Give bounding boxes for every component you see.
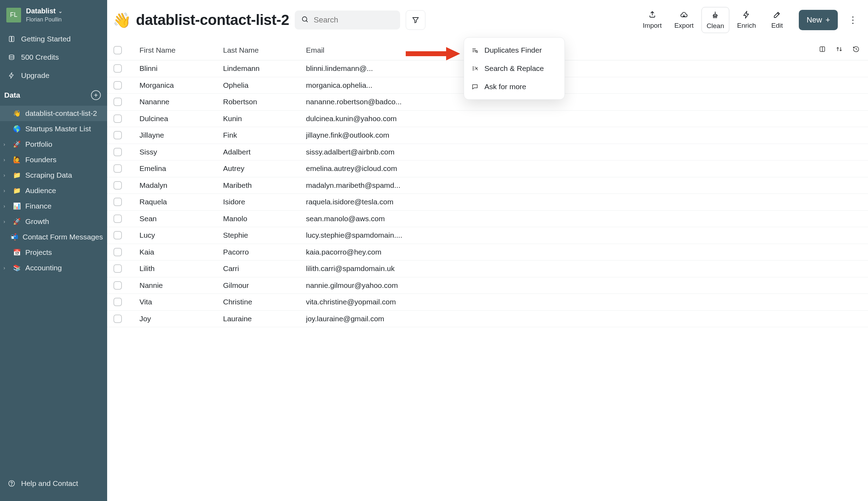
tree-item-audience[interactable]: ›📁Audience (0, 183, 107, 198)
tree-item-projects[interactable]: ›📅Projects (0, 245, 107, 260)
cell-last-name: Christine (223, 298, 306, 306)
table-row[interactable]: MadalynMaribethmadalyn.maribeth@spamd... (107, 177, 868, 194)
tree-item-label: Projects (25, 248, 52, 257)
cell-email: lucy.stephie@spamdomain.... (306, 231, 457, 239)
row-checkbox[interactable] (113, 148, 122, 156)
row-checkbox[interactable] (113, 248, 122, 256)
clean-menu-ask-for-more[interactable]: Ask for more (464, 78, 564, 96)
search-box[interactable] (295, 11, 400, 29)
cell-first-name: Raquela (139, 198, 223, 206)
history-icon[interactable] (853, 46, 860, 54)
cell-first-name: Vita (139, 298, 223, 306)
table-row[interactable]: KaiaPacorrokaia.pacorro@hey.com (107, 244, 868, 261)
table-row[interactable]: JoyLaurainejoy.lauraine@gmail.com (107, 311, 868, 328)
tree-item-emoji: 🌎 (13, 125, 21, 133)
tree-item-scraping-data[interactable]: ›📁Scraping Data (0, 167, 107, 183)
workspace-name: Datablist (26, 7, 56, 15)
table-row[interactable]: RaquelaIsidoreraquela.isidore@tesla.com (107, 194, 868, 211)
tree-item-datablist-contact-list-2[interactable]: ›👋datablist-contact-list-2 (0, 106, 107, 121)
cell-first-name: Jillayne (139, 131, 223, 139)
row-checkbox[interactable] (113, 64, 122, 73)
row-checkbox[interactable] (113, 315, 122, 323)
tree-item-label: Scraping Data (25, 171, 72, 179)
tree-item-label: Finance (25, 202, 52, 210)
tree-item-contact-form-messages[interactable]: ›📬Contact Form Messages (0, 229, 107, 245)
column-email[interactable]: Email (306, 46, 457, 54)
column-first-name[interactable]: First Name (139, 46, 223, 54)
tree-item-accounting[interactable]: ›📚Accounting (0, 260, 107, 276)
row-checkbox[interactable] (113, 164, 122, 173)
sidebar-nav-upgrade[interactable]: Upgrade (0, 66, 107, 85)
svg-point-2 (11, 485, 12, 485)
edit-action[interactable]: Edit (764, 7, 790, 32)
filter-button[interactable] (406, 10, 425, 30)
table-row[interactable]: JillayneFinkjillayne.fink@outlook.com (107, 127, 868, 144)
table-row[interactable]: LucyStephielucy.stephie@spamdomain.... (107, 227, 868, 244)
more-menu-button[interactable]: ⋮ (846, 11, 860, 29)
row-checkbox[interactable] (113, 114, 122, 123)
row-checkbox[interactable] (113, 131, 122, 139)
clean-icon (711, 10, 719, 20)
cell-first-name: Dulcinea (139, 114, 223, 123)
row-checkbox[interactable] (113, 298, 122, 306)
sort-icon[interactable] (836, 46, 843, 54)
table-row[interactable]: EmelinaAutreyemelina.autrey@icloud.com (107, 160, 868, 177)
search-input[interactable] (314, 15, 394, 25)
tree-item-label: Growth (25, 217, 49, 226)
workspace-header[interactable]: FL Datablist ⌄ Florian Poullin (0, 0, 107, 30)
cell-last-name: Carri (223, 264, 306, 273)
sidebar-nav-getting-started[interactable]: Getting Started (0, 30, 107, 48)
row-checkbox[interactable] (113, 81, 122, 90)
import-action[interactable]: Import (638, 7, 667, 32)
tree-item-label: Portfolio (25, 140, 52, 149)
user-name: Florian Poullin (26, 17, 63, 23)
table-row[interactable]: VitaChristinevita.christine@yopmail.com (107, 294, 868, 311)
column-last-name[interactable]: Last Name (223, 46, 306, 54)
help-and-contact[interactable]: Help and Contact (0, 473, 107, 494)
table-row[interactable]: DulcineaKunindulcinea.kunin@yahoo.com (107, 111, 868, 127)
clean-menu-search-replace[interactable]: Search & Replace (464, 59, 564, 78)
search-icon (301, 15, 309, 25)
table-row[interactable]: LilithCarrililith.carri@spamdomain.uk (107, 261, 868, 277)
row-checkbox[interactable] (113, 281, 122, 290)
tree-item-portfolio[interactable]: ›🚀Portfolio (0, 137, 107, 152)
table-row[interactable]: NannieGilmournannie.gilmour@yahoo.com (107, 277, 868, 294)
add-collection-button[interactable]: + (91, 90, 101, 100)
export-action[interactable]: Export (670, 7, 699, 32)
tree-item-label: Startups Master List (25, 125, 91, 133)
chat-icon (471, 83, 479, 90)
edit-icon (773, 10, 781, 20)
table-row[interactable]: SeanManolosean.manolo@aws.com (107, 211, 868, 228)
dropdown-item-label: Search & Replace (484, 64, 544, 73)
export-icon (680, 10, 688, 20)
row-checkbox[interactable] (113, 215, 122, 223)
tree-item-growth[interactable]: ›🚀Growth (0, 214, 107, 229)
cell-last-name: Adalbert (223, 148, 306, 156)
tree-item-finance[interactable]: ›📊Finance (0, 198, 107, 214)
sidebar-nav-label: Upgrade (21, 71, 50, 80)
select-all-checkbox[interactable] (113, 46, 122, 54)
sidebar-nav-500-credits[interactable]: 500 Credits (0, 48, 107, 66)
clean-action[interactable]: Clean (701, 7, 730, 33)
columns-icon[interactable] (819, 46, 826, 54)
new-button[interactable]: New + (799, 10, 838, 30)
cell-last-name: Fink (223, 131, 306, 139)
row-checkbox[interactable] (113, 264, 122, 273)
row-checkbox[interactable] (113, 98, 122, 106)
tree-item-founders[interactable]: ›🙋Founders (0, 152, 107, 167)
help-icon (8, 480, 15, 487)
cell-first-name: Joy (139, 315, 223, 323)
row-checkbox[interactable] (113, 198, 122, 206)
avatar: FL (6, 8, 21, 22)
tree-item-startups-master-list[interactable]: ›🌎Startups Master List (0, 121, 107, 137)
cell-email: nannie.gilmour@yahoo.com (306, 281, 457, 290)
bolt-icon (8, 72, 15, 79)
row-checkbox[interactable] (113, 231, 122, 239)
tree-item-label: Audience (25, 186, 56, 195)
cell-last-name: Robertson (223, 98, 306, 106)
table-row[interactable]: SissyAdalbertsissy.adalbert@airbnb.com (107, 144, 868, 161)
enrich-action[interactable]: Enrich (732, 7, 761, 32)
row-checkbox[interactable] (113, 181, 122, 190)
cell-email: blinni.lindemann@... (306, 64, 457, 73)
clean-menu-duplicates-finder[interactable]: Duplicates Finder (464, 41, 564, 59)
